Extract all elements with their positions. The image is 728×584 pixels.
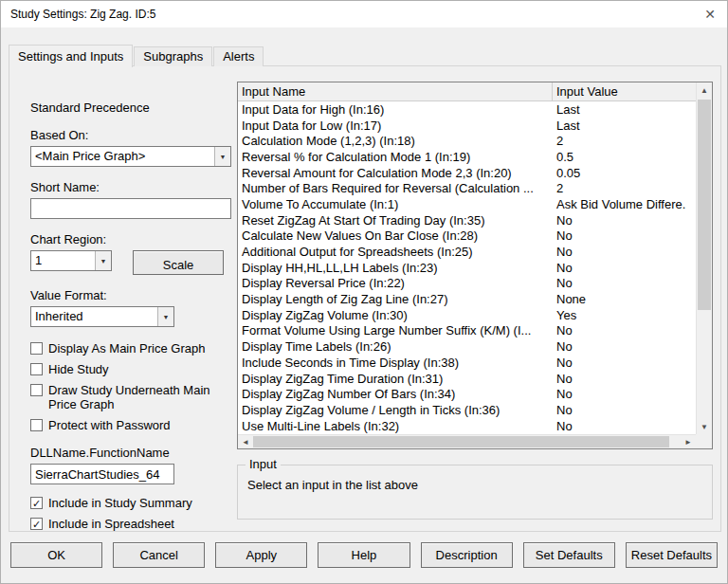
- checkbox-display-as-main-price-graph[interactable]: Display As Main Price Graph: [30, 341, 231, 356]
- titlebar: Study Settings: Zig Zag. ID:5 ✕: [1, 1, 727, 27]
- input-value-cell: No: [553, 372, 696, 386]
- horizontal-scrollbar-thumb[interactable]: [253, 436, 669, 447]
- table-row[interactable]: Display ZigZag Volume (In:30)Yes: [238, 307, 696, 323]
- scroll-down-icon[interactable]: ▼: [697, 419, 712, 434]
- scale-button[interactable]: Scale: [133, 250, 224, 275]
- apply-button[interactable]: Apply: [215, 542, 307, 568]
- input-name-cell: Additional Output for Spreadsheets (In:2…: [238, 245, 553, 259]
- checkbox-unchecked-icon[interactable]: [30, 363, 43, 375]
- help-button[interactable]: Help: [318, 542, 410, 568]
- table-row[interactable]: Reversal % for Calculation Mode 1 (In:19…: [238, 149, 696, 165]
- table-row[interactable]: Display ZigZag Volume / Length in Ticks …: [238, 402, 696, 418]
- chart-region-dropdown[interactable]: 1 ▼: [30, 250, 112, 271]
- table-row[interactable]: Input Data for High (In:16)Last: [238, 101, 696, 118]
- description-button[interactable]: Description: [421, 542, 513, 568]
- input-value-cell: No: [553, 245, 696, 259]
- tab-subgraphs[interactable]: Subgraphs: [134, 46, 212, 66]
- checkbox-hide-study[interactable]: Hide Study: [30, 362, 231, 376]
- table-row[interactable]: Format Volume Using Large Number Suffix …: [238, 323, 696, 339]
- close-icon[interactable]: ✕: [702, 7, 718, 22]
- table-row[interactable]: Display Time Labels (In:26)No: [238, 338, 696, 355]
- vertical-scrollbar-thumb[interactable]: [698, 100, 711, 310]
- table-header: Input Name Input Value: [238, 82, 696, 101]
- checkbox-label: Hide Study: [48, 362, 231, 376]
- horizontal-scrollbar[interactable]: ◄ ►: [238, 434, 696, 448]
- table-row[interactable]: Input Data for Low (In:17)Last: [238, 118, 696, 134]
- table-row[interactable]: Reset ZigZag At Start Of Trading Day (In…: [238, 212, 696, 228]
- input-value-cell: No: [553, 261, 696, 275]
- table-row[interactable]: Reversal Amount for Calculation Mode 2,3…: [238, 165, 696, 181]
- table-row[interactable]: Display ZigZag Time Duration (In:31)No: [238, 371, 696, 387]
- input-value-cell: No: [553, 387, 696, 401]
- checkbox-unchecked-icon[interactable]: [30, 419, 43, 431]
- chart-region-value: 1: [31, 251, 95, 270]
- checkbox-label: Include in Spreadsheet: [48, 517, 231, 531]
- input-name-cell: Reset ZigZag At Start Of Trading Day (In…: [238, 213, 553, 228]
- scroll-up-icon[interactable]: ▲: [697, 82, 712, 98]
- short-name-input[interactable]: [30, 198, 231, 219]
- scroll-right-icon[interactable]: ►: [681, 435, 696, 448]
- checkbox-unchecked-icon[interactable]: [30, 342, 43, 355]
- input-value-cell: No: [553, 403, 696, 417]
- set-defaults-button[interactable]: Set Defaults: [523, 542, 615, 568]
- chart-region-row: 1 ▼ Scale: [30, 250, 231, 275]
- input-name-cell: Display ZigZag Volume (In:30): [238, 308, 553, 322]
- input-name-cell: Format Volume Using Large Number Suffix …: [238, 323, 553, 338]
- input-value-cell: 0.5: [553, 150, 696, 164]
- input-value-cell: Last: [553, 119, 696, 133]
- checkbox-protect-with-password[interactable]: Protect with Password: [30, 418, 231, 432]
- input-group-title: Input: [246, 457, 281, 471]
- ok-button[interactable]: OK: [10, 542, 102, 568]
- chevron-down-icon[interactable]: ▼: [157, 307, 173, 326]
- table-row[interactable]: Display HH,HL,LL,LH Labels (In:23)No: [238, 260, 696, 276]
- table-row[interactable]: Include Seconds in Time Display (In:38)N…: [238, 355, 696, 371]
- table-row[interactable]: Calculation Mode (1,2,3) (In:18)2: [238, 133, 696, 149]
- input-name-cell: Display ZigZag Number Of Bars (In:34): [238, 387, 553, 401]
- input-value-cell: Yes: [553, 308, 696, 322]
- checkbox-label: Include in Study Summary: [48, 496, 231, 510]
- scroll-left-icon[interactable]: ◄: [238, 435, 253, 448]
- input-name-cell: Input Data for High (In:16): [238, 102, 553, 117]
- dll-function-name-input[interactable]: [30, 464, 174, 484]
- checkbox-checked-icon[interactable]: ✓: [30, 497, 43, 509]
- table-row[interactable]: Number of Bars Required for Reversal (Ca…: [238, 180, 696, 196]
- standard-precedence-label: Standard Precedence: [30, 100, 231, 115]
- checkbox-include-in-spreadsheet[interactable]: ✓Include in Spreadsheet: [30, 517, 231, 531]
- input-value-cell: No: [553, 213, 696, 228]
- value-format-value: Inherited: [31, 307, 157, 326]
- table-row[interactable]: Use Multi-Line Labels (In:32)No: [238, 418, 696, 434]
- checkbox-include-in-study-summary[interactable]: ✓Include in Study Summary: [30, 496, 231, 510]
- vertical-scrollbar[interactable]: ▲ ▼: [696, 82, 712, 434]
- based-on-dropdown[interactable]: <Main Price Graph> ▼: [30, 146, 231, 167]
- table-row[interactable]: Display ZigZag Number Of Bars (In:34)No: [238, 386, 696, 402]
- chevron-down-icon[interactable]: ▼: [214, 147, 230, 166]
- checkbox-checked-icon[interactable]: ✓: [30, 518, 43, 530]
- input-value-column-header[interactable]: Input Value: [553, 82, 696, 100]
- value-format-dropdown[interactable]: Inherited ▼: [30, 306, 174, 327]
- tab-alerts[interactable]: Alerts: [213, 46, 264, 66]
- input-value-cell: 2: [553, 181, 696, 195]
- scrollbar-corner: [696, 434, 712, 448]
- input-name-cell: Reversal Amount for Calculation Mode 2,3…: [238, 166, 553, 180]
- input-name-cell: Reversal % for Calculation Mode 1 (In:19…: [238, 150, 553, 164]
- input-value-cell: No: [553, 356, 696, 370]
- reset-defaults-button[interactable]: Reset Defaults: [626, 542, 718, 568]
- input-value-cell: None: [553, 292, 696, 306]
- dialog-button-row: OKCancelApplyHelpDescriptionSet Defaults…: [10, 542, 718, 568]
- table-row[interactable]: Display Length of Zig Zag Line (In:27)No…: [238, 291, 696, 307]
- table-row[interactable]: Display Reversal Price (In:22)No: [238, 276, 696, 292]
- dll-function-name-label: DLLName.FunctionName: [30, 446, 231, 460]
- table-row[interactable]: Additional Output for Spreadsheets (In:2…: [238, 244, 696, 260]
- input-value-cell: Last: [553, 102, 696, 117]
- tab-settings-and-inputs[interactable]: Settings and Inputs: [9, 45, 133, 67]
- based-on-label: Based On:: [30, 128, 231, 142]
- input-name-cell: Use Multi-Line Labels (In:32): [238, 419, 553, 433]
- checkbox-unchecked-icon[interactable]: [30, 384, 43, 396]
- table-row[interactable]: Volume To Accumulate (In:1)Ask Bid Volum…: [238, 196, 696, 212]
- input-name-column-header[interactable]: Input Name: [238, 82, 553, 100]
- chevron-down-icon[interactable]: ▼: [95, 251, 111, 270]
- cancel-button[interactable]: Cancel: [113, 542, 205, 568]
- checkbox-draw-study-underneath-main-price-graph[interactable]: Draw Study Underneath Main Price Graph: [30, 383, 231, 411]
- table-row[interactable]: Calculate New Values On Bar Close (In:28…: [238, 228, 696, 245]
- input-name-cell: Display Length of Zig Zag Line (In:27): [238, 292, 553, 306]
